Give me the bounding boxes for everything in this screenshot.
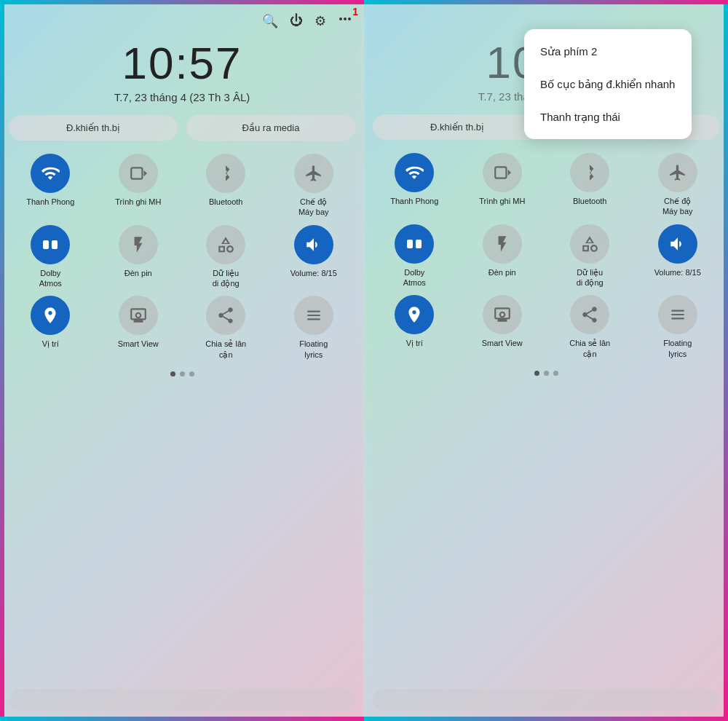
bottom-bar-right [373,689,719,711]
dropdown-item-2[interactable]: Bố cục bảng đ.khiển nhanh [524,68,692,101]
tile-volume-r[interactable]: Volume: 8/15 [636,224,720,288]
tile-airplane-r[interactable]: Chế độ Máy bay [636,153,720,217]
bottom-bar [9,689,355,711]
dolby-label: Dolby Atmos [39,268,62,289]
record-icon-r [483,153,522,192]
data-label: Dữ liệu di động [213,268,240,289]
lyrics-icon-r [658,295,697,334]
clock-date: T.7, 23 tháng 4 (23 Th 3 ÂL) [9,91,355,103]
bluetooth-icon-r [570,153,609,192]
location-label-r: Vị trí [406,338,423,348]
bluetooth-label: Bluetooth [209,197,242,207]
dot-1 [170,371,175,377]
tile-share[interactable]: Chia sẻ lân cận [184,296,268,360]
search-icon[interactable]: 🔍 [262,13,278,29]
tile-flashlight-r[interactable]: Đèn pin [461,224,545,288]
tile-bluetooth-r[interactable]: Bluetooth [548,153,632,217]
menu-badge: 1 [352,6,358,17]
data-label-r: Dữ liệu di động [577,267,604,288]
svg-rect-5 [43,240,49,249]
dropdown-item-1[interactable]: Sửa phím 2 [524,35,692,68]
dot-r-1 [534,371,539,376]
smartview-icon-r [483,295,522,334]
wifi-label-r: Thanh Phong [390,196,438,206]
volume-label-r: Volume: 8/15 [654,267,701,277]
media-output-button[interactable]: Đầu ra media [186,115,355,141]
dropdown-item-1-text: Sửa phím 2 [540,45,597,58]
header-icons: 🔍 ⏻ ⚙ 1 [9,7,355,33]
tiles-grid: Thanh Phong Trình ghi MH Bluetooth Chế đ… [9,154,355,360]
volume-icon [294,225,333,264]
tile-data-r[interactable]: Dữ liệu di động [548,224,632,288]
tiles-grid-right: Thanh Phong Trình ghi MH Bluetooth Chế đ… [373,153,719,359]
wifi-icon [31,154,70,193]
menu-icon[interactable]: 1 [338,12,352,30]
tile-volume[interactable]: Volume: 8/15 [272,225,356,289]
tile-record-r[interactable]: Trình ghi MH [461,153,545,217]
tile-dolby[interactable]: Dolby Atmos [9,225,92,289]
location-icon [31,296,70,335]
location-icon-r [395,295,434,334]
svg-rect-6 [52,240,58,249]
tile-lyrics[interactable]: Floating lyrics [272,296,356,360]
svg-rect-3 [131,168,142,179]
tile-location-r[interactable]: Vị trí [373,295,456,359]
volume-label: Volume: 8/15 [290,268,337,278]
dropdown-item-3[interactable]: Thanh trạng thái [524,101,692,133]
left-panel: 🔍 ⏻ ⚙ 1 10:57 T.7, 23 tháng 4 (23 Th 3 Â… [0,0,364,721]
dot-2 [180,371,185,377]
share-icon-r [570,295,609,334]
volume-icon-r [658,224,697,264]
smartview-icon [119,296,158,335]
tile-bluetooth[interactable]: Bluetooth [184,154,268,218]
svg-point-0 [339,17,342,20]
header-icons-right: 🔍 ⏻ ⚙ [373,7,719,32]
svg-rect-10 [495,168,506,178]
power-icon[interactable]: ⏻ [290,13,303,28]
dropdown-item-2-text: Bố cục bảng đ.khiển nhanh [540,78,675,90]
dropdown-menu[interactable]: Sửa phím 2 Bố cục bảng đ.khiển nhanh Tha… [524,29,692,139]
flashlight-label-r: Đèn pin [488,267,516,277]
svg-point-2 [348,17,351,20]
device-control-button[interactable]: Đ.khiến th.bị [9,115,178,141]
clock-time: 10:57 [9,39,355,88]
dot-3 [189,371,194,377]
share-label: Chia sẻ lân cận [205,339,246,360]
airplane-label-r: Chế độ Máy bay [662,196,693,217]
dolby-label-r: Dolby Atmos [403,267,426,288]
tile-location[interactable]: Vị trí [9,296,92,360]
smartview-label-r: Smart View [482,338,523,348]
share-label-r: Chia sẻ lân cận [569,338,610,359]
smartview-label: Smart View [118,339,159,349]
tile-wifi[interactable]: Thanh Phong [9,154,92,218]
airplane-icon [294,154,333,193]
tile-wifi-r[interactable]: Thanh Phong [373,153,456,217]
lyrics-icon [294,296,333,335]
wifi-icon-r [395,153,434,192]
dot-r-2 [544,371,549,376]
tile-smartview[interactable]: Smart View [97,296,181,360]
data-icon [206,225,245,264]
dropdown-item-3-text: Thanh trạng thái [540,111,620,123]
airplane-icon-r [658,153,697,192]
tile-airplane[interactable]: Chế độ Máy bay [272,154,356,218]
tile-record[interactable]: Trình ghi MH [97,154,181,218]
svg-marker-11 [507,170,510,176]
tile-flashlight[interactable]: Đèn pin [97,225,181,289]
location-label: Vị trí [42,339,59,349]
svg-marker-4 [143,170,146,177]
clock-section: 10:57 T.7, 23 tháng 4 (23 Th 3 ÂL) [9,39,355,103]
device-control-button-right[interactable]: Đ.khiến th.bị [373,114,542,140]
tile-share-r[interactable]: Chia sẻ lân cận [548,295,632,359]
pagination-right [373,371,719,376]
bluetooth-label-r: Bluetooth [573,196,606,206]
flashlight-label: Đèn pin [124,268,152,278]
svg-rect-13 [416,240,422,248]
flashlight-icon [119,225,158,264]
pagination [9,371,355,377]
tile-data[interactable]: Dữ liệu di động [184,225,268,289]
settings-icon[interactable]: ⚙ [314,13,326,29]
tile-smartview-r[interactable]: Smart View [461,295,545,359]
tile-lyrics-r[interactable]: Floating lyrics [636,295,720,359]
tile-dolby-r[interactable]: Dolby Atmos [373,224,456,288]
